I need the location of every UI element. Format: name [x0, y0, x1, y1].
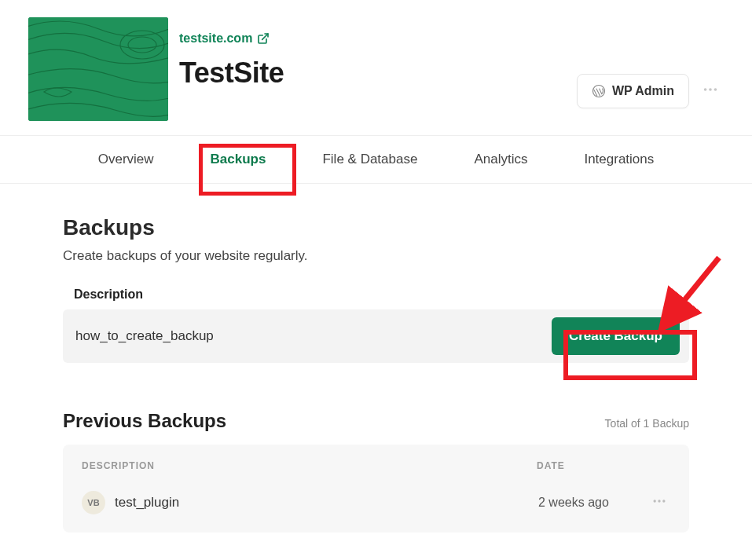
backups-table: DESCRIPTION DATE VB test_plugin 2 weeks …	[63, 445, 689, 533]
wp-admin-button[interactable]: WP Admin	[577, 74, 689, 108]
site-thumbnail	[28, 17, 168, 121]
svg-line-3	[262, 34, 268, 39]
external-link-icon	[257, 32, 270, 45]
td-description: test_plugin	[115, 495, 538, 511]
backup-badge: VB	[82, 491, 105, 514]
svg-point-10	[662, 500, 665, 502]
create-backup-row: Create Backup	[63, 309, 689, 363]
svg-point-8	[654, 500, 656, 502]
tab-label: File & Database	[322, 152, 417, 167]
tab-label: Overview	[98, 152, 154, 167]
wp-admin-label: WP Admin	[612, 84, 674, 98]
svg-point-5	[704, 88, 707, 91]
create-backup-button[interactable]: Create Backup	[552, 317, 680, 355]
tab-file-database[interactable]: File & Database	[313, 136, 427, 183]
wordpress-icon	[592, 84, 606, 98]
header-more-button[interactable]	[697, 76, 724, 106]
previous-backups-heading: Previous Backups	[63, 410, 226, 432]
tab-overview[interactable]: Overview	[89, 136, 163, 183]
th-date: DATE	[537, 460, 670, 471]
tabs-bar: Overview Backups File & Database Analyti…	[0, 135, 752, 184]
backups-heading: Backups	[63, 215, 689, 240]
topographic-pattern	[28, 17, 168, 121]
description-input[interactable]	[74, 324, 536, 349]
tab-label: Integrations	[584, 152, 654, 167]
table-row: VB test_plugin 2 weeks ago	[63, 482, 689, 533]
tab-backups[interactable]: Backups	[201, 136, 276, 183]
dots-horizontal-icon	[651, 493, 667, 509]
row-more-button[interactable]	[648, 490, 670, 515]
td-date: 2 weeks ago	[538, 496, 648, 510]
dots-horizontal-icon	[702, 81, 719, 98]
svg-point-6	[709, 88, 712, 91]
tab-label: Backups	[211, 152, 266, 167]
backups-subheading: Create backups of your website regularly…	[63, 248, 689, 264]
th-description: DESCRIPTION	[82, 460, 537, 471]
site-url-text: testsite.com	[179, 31, 252, 46]
svg-point-7	[714, 88, 717, 91]
previous-backups-total: Total of 1 Backup	[605, 417, 689, 430]
tab-label: Analytics	[474, 152, 527, 167]
svg-rect-0	[28, 17, 168, 121]
table-header: DESCRIPTION DATE	[63, 445, 689, 482]
site-url-link[interactable]: testsite.com	[179, 31, 270, 46]
description-label: Description	[74, 287, 689, 302]
site-title: TestSite	[179, 57, 577, 90]
tab-integrations[interactable]: Integrations	[574, 136, 663, 183]
tab-analytics[interactable]: Analytics	[464, 136, 537, 183]
svg-point-9	[658, 500, 660, 502]
